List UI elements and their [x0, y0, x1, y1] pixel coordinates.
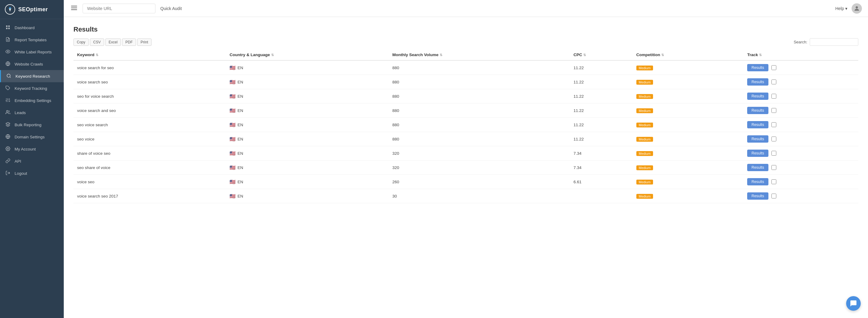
sidebar-item-white-label-reports[interactable]: White Label Reports — [0, 46, 64, 58]
cell-volume-2: 880 — [389, 89, 570, 103]
competition-badge-3: Medium — [637, 108, 653, 113]
sidebar-item-embedding-settings[interactable]: Embedding Settings — [0, 94, 64, 106]
quick-audit-button[interactable]: Quick Audit — [155, 4, 187, 13]
cell-competition-3: Medium — [633, 103, 744, 118]
cell-keyword-3: voice search and seo — [73, 103, 226, 118]
track-checkbox-2[interactable] — [771, 94, 776, 99]
track-checkbox-1[interactable] — [771, 80, 776, 84]
results-button-3[interactable]: Results — [747, 107, 768, 114]
col-header-track[interactable]: Track⇅ — [744, 50, 858, 60]
table-row: voice search and seo 🇺🇸 EN 880 11.22 Med… — [73, 103, 858, 118]
sliders-icon — [5, 98, 11, 103]
page-title: Results — [73, 26, 858, 33]
col-header-competition[interactable]: Competition⇅ — [633, 50, 744, 60]
cell-competition-9: Medium — [633, 189, 744, 203]
cell-cpc-3: 11.22 — [570, 103, 633, 118]
action-buttons-group: CopyCSVExcelPDFPrint — [73, 38, 153, 46]
action-btn-copy[interactable]: Copy — [73, 38, 89, 46]
settings-icon — [5, 146, 11, 152]
sidebar-item-label: Embedding Settings — [14, 98, 51, 103]
sidebar-item-website-crawls[interactable]: Website Crawls — [0, 58, 64, 70]
action-btn-print[interactable]: Print — [137, 38, 152, 46]
cell-competition-7: Medium — [633, 161, 744, 175]
table-row: seo for voice search 🇺🇸 EN 880 11.22 Med… — [73, 89, 858, 103]
track-checkbox-7[interactable] — [771, 165, 776, 170]
table-actions: CopyCSVExcelPDFPrint Search: — [73, 38, 858, 46]
competition-badge-0: Medium — [637, 66, 653, 70]
table-header-row: Keyword⇅Country & Language⇅Monthly Searc… — [73, 50, 858, 60]
action-btn-excel[interactable]: Excel — [105, 38, 121, 46]
search-input[interactable] — [810, 38, 858, 46]
cell-country-4: 🇺🇸 EN — [226, 118, 389, 132]
help-button[interactable]: Help ▾ — [835, 6, 847, 11]
results-button-8[interactable]: Results — [747, 178, 768, 185]
cell-volume-8: 260 — [389, 175, 570, 189]
col-header-country-language[interactable]: Country & Language⇅ — [226, 50, 389, 60]
sidebar-item-api[interactable]: API — [0, 155, 64, 167]
col-header-monthly-search-volume[interactable]: Monthly Search Volume⇅ — [389, 50, 570, 60]
track-checkbox-4[interactable] — [771, 122, 776, 127]
chat-bubble[interactable] — [846, 296, 861, 311]
action-btn-csv[interactable]: CSV — [90, 38, 104, 46]
sidebar-item-dashboard[interactable]: Dashboard — [0, 22, 64, 34]
grid-icon — [5, 25, 11, 30]
flag-icon-0: 🇺🇸 — [229, 65, 236, 71]
sidebar-item-label: Report Templates — [14, 38, 47, 42]
search-icon — [6, 73, 12, 79]
sidebar-item-leads[interactable]: Leads — [0, 106, 64, 119]
cell-cpc-8: 6.61 — [570, 175, 633, 189]
svg-rect-4 — [6, 28, 8, 29]
sidebar-item-keyword-tracking[interactable]: Keyword Tracking — [0, 82, 64, 94]
sidebar-item-label: Keyword Tracking — [14, 86, 47, 91]
results-button-6[interactable]: Results — [747, 150, 768, 157]
track-checkbox-6[interactable] — [771, 151, 776, 156]
svg-point-8 — [7, 51, 8, 52]
cell-volume-3: 880 — [389, 103, 570, 118]
cell-keyword-5: seo voice — [73, 132, 226, 146]
sidebar-item-label: My Account — [14, 147, 36, 151]
sidebar-item-logout[interactable]: Logout — [0, 167, 64, 179]
cell-keyword-9: voice search seo 2017 — [73, 189, 226, 203]
flag-icon-1: 🇺🇸 — [229, 79, 236, 85]
results-button-9[interactable]: Results — [747, 192, 768, 200]
results-button-1[interactable]: Results — [747, 78, 768, 86]
track-checkbox-5[interactable] — [771, 136, 776, 141]
cell-country-1: 🇺🇸 EN — [226, 75, 389, 89]
results-button-4[interactable]: Results — [747, 121, 768, 128]
track-checkbox-3[interactable] — [771, 108, 776, 113]
sidebar-item-bulk-reporting[interactable]: Bulk Reporting — [0, 119, 64, 131]
results-table: Keyword⇅Country & Language⇅Monthly Searc… — [73, 50, 858, 203]
competition-badge-7: Medium — [637, 165, 653, 170]
sidebar-item-label: API — [14, 159, 21, 164]
results-button-7[interactable]: Results — [747, 164, 768, 171]
track-checkbox-8[interactable] — [771, 179, 776, 184]
competition-badge-4: Medium — [637, 123, 653, 127]
col-header-cpc[interactable]: CPC⇅ — [570, 50, 633, 60]
sidebar-logo-text: SEOptimer — [18, 6, 48, 13]
results-button-2[interactable]: Results — [747, 93, 768, 100]
main-area: Quick Audit Help ▾ Results CopyCSVExcelP… — [64, 0, 868, 318]
user-avatar[interactable] — [851, 3, 862, 14]
url-input[interactable] — [83, 4, 155, 13]
results-button-0[interactable]: Results — [747, 64, 768, 71]
cell-track-0: Results — [744, 60, 858, 75]
results-button-5[interactable]: Results — [747, 135, 768, 142]
link-icon — [5, 158, 11, 164]
action-btn-pdf[interactable]: PDF — [122, 38, 136, 46]
col-header-keyword[interactable]: Keyword⇅ — [73, 50, 226, 60]
sidebar-item-domain-settings[interactable]: Domain Settings — [0, 131, 64, 143]
flag-icon-3: 🇺🇸 — [229, 108, 236, 114]
svg-marker-24 — [6, 122, 10, 124]
track-checkbox-0[interactable] — [771, 65, 776, 70]
table-row: seo voice 🇺🇸 EN 880 11.22 Medium Results — [73, 132, 858, 146]
flag-icon-6: 🇺🇸 — [229, 151, 236, 156]
hamburger-button[interactable] — [70, 4, 78, 13]
sidebar-logo: SEOptimer — [0, 0, 64, 19]
competition-badge-5: Medium — [637, 137, 653, 142]
cell-country-2: 🇺🇸 EN — [226, 89, 389, 103]
sidebar-item-keyword-research[interactable]: Keyword Research — [0, 70, 64, 82]
sidebar-item-label: White Label Reports — [14, 50, 52, 54]
sidebar-item-report-templates[interactable]: Report Templates — [0, 34, 64, 46]
sidebar-item-my-account[interactable]: My Account — [0, 143, 64, 155]
track-checkbox-9[interactable] — [771, 194, 776, 198]
